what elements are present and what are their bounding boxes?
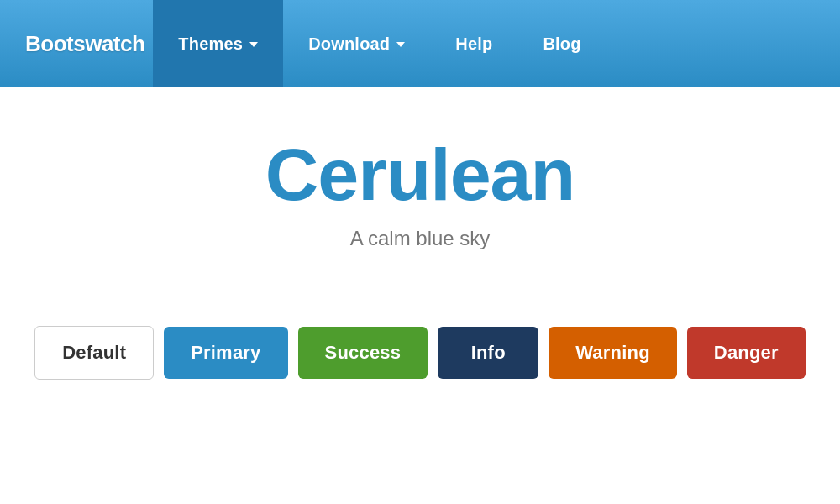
nav-item-themes[interactable]: Themes xyxy=(153,0,283,87)
hero-subtitle: A calm blue sky xyxy=(350,227,491,250)
btn-primary[interactable]: Primary xyxy=(164,327,287,379)
nav-item-blog[interactable]: Blog xyxy=(517,0,606,87)
nav-blog-label: Blog xyxy=(543,34,580,54)
hero-title: Cerulean xyxy=(265,138,575,212)
btn-info[interactable]: Info xyxy=(438,327,538,379)
nav-help-label: Help xyxy=(455,34,492,54)
nav-themes-label: Themes xyxy=(178,34,243,54)
nav-download-label: Download xyxy=(308,34,390,54)
navbar: Bootswatch Themes Download Help Blog xyxy=(0,0,840,87)
btn-warning[interactable]: Warning xyxy=(549,327,677,379)
btn-default[interactable]: Default xyxy=(34,326,154,380)
download-caret-icon xyxy=(396,42,405,47)
btn-success[interactable]: Success xyxy=(298,327,428,379)
nav-item-help[interactable]: Help xyxy=(430,0,517,87)
navbar-brand[interactable]: Bootswatch xyxy=(25,31,144,57)
btn-danger[interactable]: Danger xyxy=(687,327,806,379)
hero-section: Cerulean A calm blue sky xyxy=(0,87,840,309)
themes-caret-icon xyxy=(249,42,258,47)
nav-item-download[interactable]: Download xyxy=(283,0,430,87)
buttons-row: Default Primary Success Info Warning Dan… xyxy=(0,309,840,396)
